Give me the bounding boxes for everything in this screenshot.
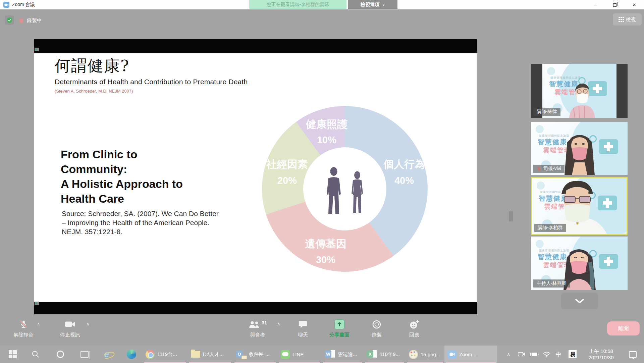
stop-video-button[interactable]: 停止視訊: [52, 319, 89, 344]
audio-options-caret[interactable]: ∧: [37, 321, 40, 326]
slide-title: 何謂健康?: [55, 55, 129, 76]
participant-name-tag: 主持人-林燕卿: [533, 279, 570, 288]
participant-tile[interactable]: 健康管理趨勢線上論壇 智慧健康 雲端管理 講師-林律: [531, 64, 628, 118]
slide-source: Source: Schroeder, SA. (2007). We Can Do…: [62, 209, 219, 236]
security-shield-button[interactable]: [5, 15, 14, 25]
chat-label: 聊天: [298, 332, 308, 338]
leave-meeting-button[interactable]: 離開: [607, 321, 640, 335]
taskbar-clock[interactable]: 上午 10:58 2021/10/30: [583, 346, 619, 363]
chat-button[interactable]: 聊天: [284, 319, 321, 344]
ime-mode-icon: 易: [569, 350, 577, 358]
video-options-caret[interactable]: ∧: [86, 321, 90, 326]
tray-camera-icon[interactable]: [517, 346, 527, 363]
slide-subtitle: Determinants of Health and Contribution …: [55, 78, 248, 86]
close-button[interactable]: ✕: [625, 0, 644, 9]
participants-icon: [248, 320, 260, 328]
minimize-button[interactable]: ─: [586, 0, 605, 9]
reactions-smiley-icon: [409, 319, 420, 329]
windows-taskbar: e 1119台... D:\人才... O 收件匣 ... LINE W 雲端論…: [0, 346, 644, 363]
chevron-down-icon: ∨: [382, 2, 385, 7]
slice-pct: 20%: [277, 175, 297, 186]
clock-time: 上午 10:58: [589, 348, 613, 354]
record-icon: [372, 319, 382, 329]
paint-icon: [409, 350, 418, 359]
clock-date: 2021/10/30: [588, 354, 613, 361]
participant-tile[interactable]: 健康管理趨勢線上論壇 智慧健康 雲端管理 司儀-vivi: [531, 122, 628, 175]
cortana-button[interactable]: [54, 346, 66, 363]
desktop: Zoom 會議 您正在觀看講師-李柏群的螢幕 檢視選項 ∨ ─ ✕ 錄製中 檢視…: [0, 0, 644, 363]
view-options-label: 檢視選項: [361, 2, 379, 8]
reactions-button[interactable]: 回應: [396, 319, 433, 344]
window-title: Zoom 會議: [12, 2, 35, 8]
chat-bubble-icon: [298, 320, 308, 329]
participant-tile-active-speaker[interactable]: 健康管理趨勢線上論壇 智慧健康 雲端管理 講師-李柏群: [531, 177, 628, 235]
windows-logo-icon: [9, 350, 17, 358]
zoom-icon: [447, 350, 457, 359]
participant-person: [554, 74, 604, 118]
participant-name-tag: 講師-林律: [533, 108, 560, 116]
taskbar-app-chrome[interactable]: 1119台...: [143, 346, 187, 363]
share-screen-button[interactable]: 分享畫面: [321, 319, 358, 344]
shield-check-icon: [7, 17, 12, 23]
participants-count-badge: 31: [262, 320, 267, 325]
reactions-label: 回應: [409, 332, 419, 338]
view-options-button[interactable]: 檢視選項 ∨: [348, 0, 397, 9]
unmute-label: 解除靜音: [13, 332, 34, 338]
internet-explorer-icon: e: [104, 350, 109, 359]
taskbar-app-paint[interactable]: 15.png...: [406, 346, 444, 363]
slice-label: 遺傳基因: [305, 237, 346, 251]
excel-icon: X: [367, 350, 377, 359]
panel-resize-handle[interactable]: [509, 211, 513, 221]
slice-pct: 30%: [316, 254, 335, 265]
recording-status: 錄製中: [27, 17, 42, 24]
record-label: 錄製: [372, 332, 382, 338]
taskbar-app-outlook[interactable]: O 收件匣 ...: [233, 346, 277, 363]
tray-wifi-icon[interactable]: [541, 346, 552, 363]
zoom-app-icon: [3, 2, 9, 8]
taskbar-app-word[interactable]: W 雲端論...: [322, 346, 363, 363]
taskbar-app-folder[interactable]: D:\人才...: [188, 346, 232, 363]
slice-label: 健康照護: [306, 117, 347, 132]
action-center-button[interactable]: [627, 346, 639, 363]
chevron-down-icon: [574, 298, 586, 304]
edge-button[interactable]: [125, 346, 138, 363]
slide-letterbox-bottom: [34, 302, 477, 314]
taskbar-app-excel[interactable]: X 110年9...: [364, 346, 405, 363]
grid-view-icon: [619, 17, 620, 18]
participants-options-caret[interactable]: ∧: [277, 321, 280, 326]
tray-battery-icon[interactable]: [529, 346, 540, 363]
share-screen-icon: [334, 319, 344, 329]
view-button-label: 檢視: [626, 16, 636, 23]
word-icon: W: [325, 350, 335, 359]
share-screen-label: 分享畫面: [329, 332, 350, 338]
action-center-icon: [629, 351, 637, 358]
search-button[interactable]: [30, 346, 42, 363]
slice-pct: 40%: [394, 175, 414, 186]
ime-language-button[interactable]: 中: [553, 346, 564, 363]
chrome-icon: [146, 350, 155, 359]
task-view-button[interactable]: [78, 346, 91, 363]
restore-button[interactable]: [605, 0, 625, 9]
slide-heading: From Clinic to Community: A Holistic App…: [61, 147, 183, 206]
view-layout-button[interactable]: 檢視: [613, 13, 642, 25]
stop-video-label: 停止視訊: [60, 332, 80, 338]
tray-expand-chevron[interactable]: ∧: [504, 346, 513, 363]
unmute-button[interactable]: 解除靜音: [5, 319, 42, 344]
record-button[interactable]: 錄製: [358, 319, 395, 344]
participant-tile[interactable]: 健康管理趨勢線上論壇 智慧健康 雲端管理 主持人-林燕卿: [531, 237, 628, 290]
taskbar-app-zoom[interactable]: Zoom ...: [444, 346, 497, 363]
task-view-icon: [80, 351, 89, 358]
share-border-handle[interactable]: [35, 302, 39, 305]
scroll-participants-button[interactable]: [561, 293, 598, 309]
mic-muted-icon: [537, 166, 541, 171]
camera-icon: [65, 320, 75, 328]
slice-pct: 10%: [317, 135, 336, 146]
participant-name-tag: 講師-李柏群: [534, 224, 566, 232]
share-border-handle[interactable]: [35, 48, 39, 51]
start-button[interactable]: [6, 346, 19, 363]
participants-button[interactable]: 31 與會者: [239, 319, 276, 344]
internet-explorer-button[interactable]: e: [100, 346, 113, 363]
participant-name-tag: 司儀-vivi: [533, 165, 565, 173]
ime-mode-button[interactable]: 易: [568, 346, 578, 363]
taskbar-app-line[interactable]: LINE: [278, 346, 321, 363]
